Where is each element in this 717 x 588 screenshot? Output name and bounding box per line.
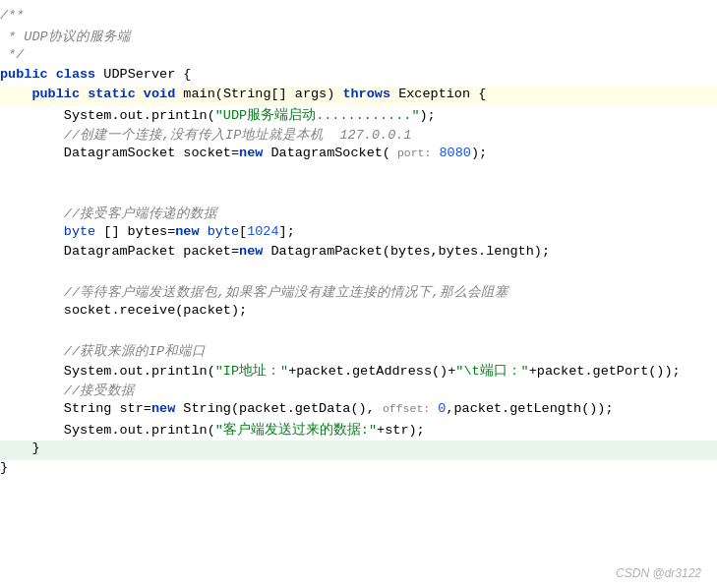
token <box>0 285 64 300</box>
token: */ <box>0 47 24 62</box>
token: socket.receive(packet); <box>0 303 247 318</box>
token: new <box>239 244 270 259</box>
code-line <box>0 185 717 205</box>
token: 8080 <box>431 146 471 160</box>
code-line: System.out.println("客户端发送过来的数据:"+str); <box>0 421 717 441</box>
token <box>0 441 31 455</box>
token: String str= <box>0 401 151 416</box>
code-line: } <box>0 460 717 480</box>
token: .println( <box>144 423 215 438</box>
line-content: DatagramPacket packet=new DatagramPacket… <box>0 244 717 259</box>
code-line: //等待客户端发送数据包,如果客户端没有建立连接的情况下,那么会阻塞 <box>0 283 717 303</box>
token: out <box>120 108 144 123</box>
token: public <box>31 87 88 101</box>
line-content: */ <box>0 47 717 62</box>
line-content: /** <box>0 8 717 23</box>
line-content: System.out.println("客户端发送过来的数据:"+str); <box>0 421 717 439</box>
token: //创建一个连接,没有传入IP地址就是本机 127.0.0.1 <box>64 128 412 143</box>
token <box>0 87 31 101</box>
token: "\t端口：" <box>455 364 528 379</box>
line-content: String str=new String(packet.getData(), … <box>0 401 717 416</box>
token <box>0 224 64 239</box>
code-line: DatagramPacket packet=new DatagramPacket… <box>0 244 717 264</box>
token: /** <box>0 8 24 23</box>
code-line <box>0 323 717 342</box>
token: [] args) <box>270 87 342 101</box>
token: System. <box>0 364 120 379</box>
line-content: } <box>0 441 717 455</box>
token: ); <box>420 108 436 123</box>
line-content: public class UDPServer { <box>0 67 717 82</box>
code-line: byte [] bytes=new byte[1024]; <box>0 224 717 244</box>
line-content: DatagramSocket socket=new DatagramSocket… <box>0 146 717 160</box>
line-content: //等待客户端发送数据包,如果客户端没有建立连接的情况下,那么会阻塞 <box>0 283 717 301</box>
line-content: System.out.println("UDP服务端启动............… <box>0 106 717 124</box>
token: +packet.getAddress()+ <box>288 364 455 379</box>
token: +str); <box>377 423 425 438</box>
line-content <box>0 185 717 200</box>
token: new <box>151 401 183 416</box>
code-line: System.out.println("UDP服务端启动............… <box>0 106 717 126</box>
token: System. <box>0 108 120 123</box>
token: ,packet.getLength()); <box>446 401 613 416</box>
token: } <box>31 441 39 455</box>
token: out <box>120 423 144 438</box>
token: out <box>120 364 144 379</box>
code-line: */ <box>0 47 717 67</box>
line-content: * UDP协议的服务端 <box>0 28 717 45</box>
token: "客户端发送过来的数据:" <box>215 423 377 438</box>
token: DatagramSocket socket= <box>0 146 239 160</box>
token: main <box>183 87 214 101</box>
token: "UDP服务端启动............" <box>215 108 420 123</box>
token <box>0 128 64 143</box>
line-content <box>0 165 717 180</box>
token: [] bytes= <box>95 224 175 239</box>
code-line: } <box>0 441 717 460</box>
line-content <box>0 323 717 337</box>
token: static <box>88 87 144 101</box>
code-line: //获取来源的IP和端口 <box>0 342 717 362</box>
line-content: byte [] bytes=new byte[1024]; <box>0 224 717 239</box>
token: UDPServer { <box>103 67 191 82</box>
code-line: //创建一个连接,没有传入IP地址就是本机 127.0.0.1 <box>0 126 717 146</box>
token: +packet.getPort()); <box>529 364 681 379</box>
token: ( <box>215 87 223 101</box>
line-content: socket.receive(packet); <box>0 303 717 318</box>
token: //接受数据 <box>64 383 135 398</box>
watermark: CSDN @dr3122 <box>616 566 701 580</box>
token: public <box>0 67 56 82</box>
token: //接受客户端传递的数据 <box>64 206 217 221</box>
line-content: System.out.println("IP地址："+packet.getAdd… <box>0 362 717 380</box>
token: port: <box>390 147 431 159</box>
token <box>0 206 64 221</box>
token: ]; <box>279 224 295 239</box>
token: String(packet.getData(), <box>183 401 383 416</box>
token: 1024 <box>247 224 278 239</box>
code-line <box>0 264 717 283</box>
line-content: } <box>0 460 717 475</box>
code-line: public class UDPServer { <box>0 67 717 87</box>
token: void <box>144 87 184 101</box>
line-content: public static void main(String[] args) t… <box>0 87 717 101</box>
token: byte <box>208 224 239 239</box>
code-line: //接受客户端传递的数据 <box>0 205 717 224</box>
token: //等待客户端发送数据包,如果客户端没有建立连接的情况下,那么会阻塞 <box>64 285 508 300</box>
token: Exception { <box>398 87 486 101</box>
code-line: * UDP协议的服务端 <box>0 28 717 47</box>
token: ); <box>471 146 487 160</box>
token: [ <box>239 224 247 239</box>
token: .println( <box>144 108 215 123</box>
token: new <box>239 146 270 160</box>
code-line: DatagramSocket socket=new DatagramSocket… <box>0 146 717 165</box>
token: DatagramPacket packet= <box>0 244 239 259</box>
token: System. <box>0 423 120 438</box>
token: "IP地址：" <box>215 364 288 379</box>
code-line <box>0 165 717 185</box>
code-line: /** <box>0 8 717 28</box>
token: DatagramSocket( <box>270 146 390 160</box>
line-content: //获取来源的IP和端口 <box>0 342 717 360</box>
token: offset: <box>383 402 430 415</box>
token: DatagramPacket(bytes,bytes.length); <box>270 244 550 259</box>
code-line: public static void main(String[] args) t… <box>0 87 717 106</box>
line-content: //接受数据 <box>0 382 717 399</box>
